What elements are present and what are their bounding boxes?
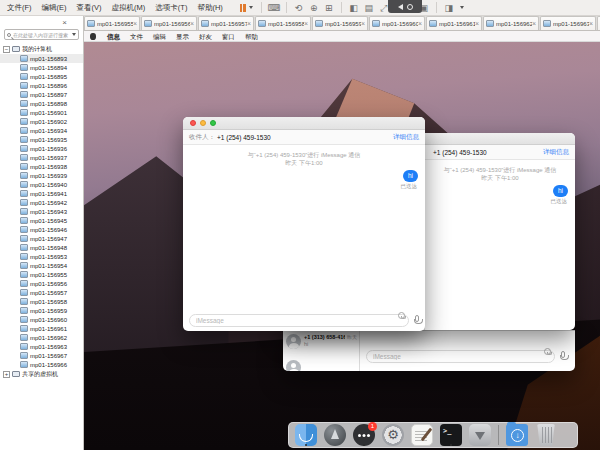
tab-close-icon[interactable]: [190, 20, 194, 27]
downloads-folder-icon[interactable]: [506, 424, 528, 446]
host-menu-item[interactable]: 文件(F): [2, 0, 37, 15]
vm-list-item[interactable]: mp01-156897: [0, 90, 83, 99]
tab-close-icon[interactable]: [589, 20, 593, 27]
host-menu-item[interactable]: 查看(V): [72, 0, 107, 15]
revert-snapshot-button[interactable]: [293, 2, 305, 14]
imessage-input[interactable]: [366, 350, 555, 363]
vm-list-item[interactable]: mp01-156940: [0, 180, 83, 189]
textedit-icon[interactable]: [411, 424, 433, 446]
tree-shared-vms[interactable]: 共享的虚拟机: [0, 369, 83, 379]
tab-close-icon[interactable]: [247, 20, 251, 27]
messages-list-window[interactable]: +1 (313) 658-4163 昨天 hi: [283, 330, 575, 371]
vm-tab[interactable]: mp01-156963: [540, 16, 596, 30]
vm-list-item[interactable]: mp01-156895: [0, 72, 83, 81]
details-link[interactable]: 详细信息: [543, 148, 569, 157]
vm-tab[interactable]: mp01-156957: [198, 16, 254, 30]
vm-list-item[interactable]: mp01-156967: [0, 351, 83, 360]
tab-close-icon[interactable]: [418, 20, 422, 27]
vm-list-item[interactable]: mp01-156961: [0, 324, 83, 333]
guest-menu-item[interactable]: 信息: [102, 31, 125, 42]
messages-icon[interactable]: 1: [353, 424, 375, 446]
emoji-picker-icon[interactable]: [398, 312, 405, 319]
vm-list-item[interactable]: mp01-156894: [0, 63, 83, 72]
vm-tab[interactable]: mp01-156959: [312, 16, 368, 30]
tab-close-icon[interactable]: [361, 20, 365, 27]
window-titlebar[interactable]: [183, 117, 425, 130]
tab-close-icon[interactable]: [475, 20, 479, 27]
vm-tab[interactable]: mp01-156958: [255, 16, 311, 30]
guest-menu-item[interactable]: 显示: [171, 31, 194, 42]
finder-icon[interactable]: [295, 424, 317, 446]
dictation-mic-icon[interactable]: [561, 351, 565, 358]
host-menu-item[interactable]: 虚拟机(M): [107, 0, 151, 15]
host-menu-item[interactable]: 选项卡(T): [150, 0, 192, 15]
vm-list-item[interactable]: mp01-156945: [0, 216, 83, 225]
zoom-window-button[interactable]: [210, 120, 216, 126]
terminal-icon[interactable]: [440, 424, 462, 446]
emoji-picker-icon[interactable]: [544, 348, 551, 355]
trash-icon[interactable]: [535, 424, 557, 446]
minimize-window-button[interactable]: [200, 120, 206, 126]
vm-list-item[interactable]: mp01-156893: [0, 54, 83, 63]
vm-list-item[interactable]: mp01-156896: [0, 81, 83, 90]
vm-list-item[interactable]: mp01-156955: [0, 270, 83, 279]
ctrl-alt-del-button[interactable]: [268, 2, 280, 14]
to-value[interactable]: +1 (254) 459-1530: [217, 134, 271, 141]
guest-menu-item[interactable]: 文件: [125, 31, 148, 42]
chevron-down-icon[interactable]: [249, 6, 253, 9]
vm-tab[interactable]: mp01-156962: [483, 16, 539, 30]
take-snapshot-button[interactable]: [308, 2, 320, 14]
guest-menu-item[interactable]: 好友: [194, 31, 217, 42]
snapshot-manager-button[interactable]: [323, 2, 335, 14]
messages-compose-window[interactable]: 收件人： +1 (254) 459-1530 详细信息 与“+1 (254) 4…: [183, 117, 425, 331]
vm-tab[interactable]: mp01-156960: [369, 16, 425, 30]
dictation-mic-icon[interactable]: [415, 315, 419, 322]
vm-list-item[interactable]: mp01-156901: [0, 108, 83, 117]
vm-list-item[interactable]: mp01-156953: [0, 252, 83, 261]
launchpad-icon[interactable]: [324, 424, 346, 446]
vm-tab[interactable]: mp01-156956: [141, 16, 197, 30]
vm-list-item[interactable]: mp01-156934: [0, 126, 83, 135]
vm-list-item[interactable]: mp01-156941: [0, 189, 83, 198]
pause-button[interactable]: [238, 3, 255, 13]
vm-list-item[interactable]: mp01-156946: [0, 225, 83, 234]
vm-list-item[interactable]: mp01-156898: [0, 99, 83, 108]
show-thumbnails-button[interactable]: [363, 2, 375, 14]
vm-list-item[interactable]: mp01-156939: [0, 171, 83, 180]
details-link[interactable]: 详细信息: [393, 133, 419, 142]
vm-list-item[interactable]: mp01-156957: [0, 288, 83, 297]
vm-list-item[interactable]: mp01-156958: [0, 297, 83, 306]
tab-close-icon[interactable]: [532, 20, 536, 27]
vm-list-item[interactable]: mp01-156962: [0, 333, 83, 342]
guest-menu-item[interactable]: 编辑: [148, 31, 171, 42]
sent-message-bubble[interactable]: hi: [403, 170, 418, 182]
vm-list-item[interactable]: mp01-156942: [0, 198, 83, 207]
apple-icon[interactable]: [90, 33, 96, 40]
vm-list-item[interactable]: mp01-156966: [0, 360, 83, 369]
system-preferences-icon[interactable]: [382, 424, 404, 446]
host-menu-item[interactable]: 编辑(E): [37, 0, 72, 15]
tree-root-my-computer[interactable]: 我的计算机: [0, 44, 83, 54]
vm-list-item[interactable]: mp01-156902: [0, 117, 83, 126]
vm-list-item[interactable]: mp01-156956: [0, 279, 83, 288]
vm-list-item[interactable]: mp01-156960: [0, 315, 83, 324]
vm-list-item[interactable]: mp01-156943: [0, 207, 83, 216]
vm-list-item[interactable]: mp01-156936: [0, 144, 83, 153]
sent-message-bubble[interactable]: hi: [553, 185, 568, 197]
collapse-icon[interactable]: [3, 46, 10, 53]
remote-control-badge[interactable]: [388, 0, 422, 13]
vm-list-item[interactable]: mp01-156954: [0, 261, 83, 270]
vm-list-item[interactable]: mp01-156948: [0, 243, 83, 252]
chevron-down-icon[interactable]: [460, 6, 464, 9]
library-search[interactable]: 在此处键入内容进行搜索: [4, 29, 79, 40]
search-input[interactable]: 在此处键入内容进行搜索: [13, 32, 72, 38]
vm-list-item[interactable]: mp01-156938: [0, 162, 83, 171]
conversation-list-item[interactable]: +1 (313) 658-4163 昨天 hi: [283, 331, 359, 349]
vm-list-item[interactable]: mp01-156937: [0, 153, 83, 162]
vm-tab[interactable]: mp01-156955: [84, 16, 140, 30]
guest-menu-item[interactable]: 帮助: [240, 31, 263, 42]
host-menu-item[interactable]: 帮助(H): [192, 0, 227, 15]
installer-icon[interactable]: [469, 424, 491, 446]
chevron-down-icon[interactable]: [72, 33, 76, 36]
show-library-button[interactable]: [348, 2, 360, 14]
